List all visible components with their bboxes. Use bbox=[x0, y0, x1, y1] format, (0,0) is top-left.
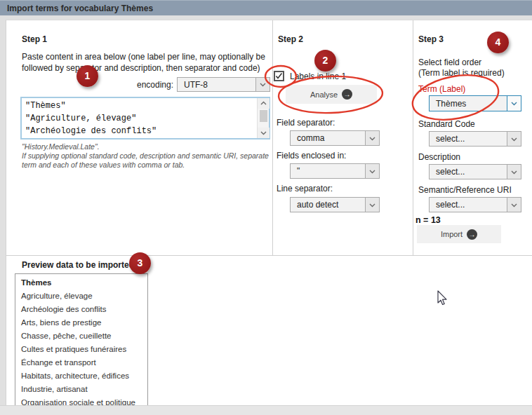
chevron-down-icon bbox=[507, 198, 521, 212]
hint-text: If supplying optional standard code, des… bbox=[22, 151, 272, 170]
preview-list-item: Chasse, pêche, cueillette bbox=[15, 329, 147, 343]
mouse-cursor bbox=[434, 290, 449, 309]
fields-enclosed-select[interactable]: " bbox=[290, 163, 380, 179]
chevron-down-icon bbox=[365, 131, 379, 145]
line-separator-label: Line separator: bbox=[277, 184, 333, 193]
chevron-down-icon bbox=[365, 198, 379, 212]
line-separator-value: auto detect bbox=[291, 200, 365, 210]
textarea-line: "Thèmes" bbox=[25, 100, 257, 112]
column-divider bbox=[413, 20, 413, 255]
annotation-badge-2: 2 bbox=[314, 50, 336, 72]
term-select[interactable]: Thèmes bbox=[429, 95, 521, 111]
scrollbar-thumb[interactable] bbox=[260, 110, 267, 122]
labels-in-line1-label: Labels in line 1 bbox=[290, 72, 346, 81]
chevron-down-icon bbox=[365, 164, 379, 178]
semantic-uri-select[interactable]: select... bbox=[429, 197, 521, 212]
labels-in-line1-checkbox[interactable] bbox=[274, 71, 284, 81]
steps-bottom-divider bbox=[6, 255, 532, 256]
paste-content-textarea[interactable]: "Thèmes""Agriculture, élevage""Archéolog… bbox=[20, 97, 270, 140]
preview-list-item: Industrie, artisanat bbox=[15, 383, 147, 396]
textarea-content: "Thèmes""Agriculture, élevage""Archéolog… bbox=[22, 98, 257, 138]
encoding-select[interactable]: UTF-8 bbox=[177, 77, 270, 92]
step3-title: Step 3 bbox=[418, 34, 444, 44]
import-button-label: Import bbox=[441, 230, 463, 238]
semantic-uri-value: select... bbox=[430, 200, 507, 210]
go-arrow-icon: → bbox=[342, 89, 352, 100]
textarea-line: "Archéologie des conflits" bbox=[25, 125, 257, 137]
analyse-button-label: Analyse bbox=[310, 90, 338, 99]
encoding-select-value: UTF-8 bbox=[178, 80, 255, 90]
preview-list-item: Thèmes bbox=[15, 276, 147, 290]
chevron-down-icon bbox=[507, 132, 521, 146]
preview-list-item: Arts, biens de prestige bbox=[15, 316, 147, 329]
field-separator-value: comma bbox=[291, 133, 365, 143]
semantic-uri-label: Semantic/Reference URI bbox=[418, 185, 512, 195]
chevron-down-icon bbox=[255, 78, 270, 91]
annotation-badge-4: 4 bbox=[487, 32, 509, 53]
preview-list-item: Habitats, architecture, édifices bbox=[15, 369, 147, 383]
annotation-badge-1: 1 bbox=[77, 65, 98, 87]
preview-list: ThèmesAgriculture, élevageArchéologie de… bbox=[15, 273, 148, 407]
fields-enclosed-label: Fields enclosed in: bbox=[277, 151, 346, 161]
preview-list-item: Cultes et pratiques funéraires bbox=[15, 343, 147, 356]
description-select[interactable]: select... bbox=[429, 164, 521, 179]
step1-instructions: Paste content in area below (one label p… bbox=[22, 51, 273, 74]
chevron-down-icon bbox=[507, 96, 521, 111]
term-select-value: Thèmes bbox=[430, 99, 507, 109]
analyse-button[interactable]: Analyse → bbox=[286, 85, 377, 104]
line-separator-select[interactable]: auto detect bbox=[290, 197, 380, 212]
field-separator-label: Field separator: bbox=[277, 118, 335, 128]
standard-code-select[interactable]: select... bbox=[429, 131, 521, 147]
encoding-label: encoding: bbox=[137, 80, 173, 90]
scroll-up-button[interactable] bbox=[258, 98, 270, 109]
horizontal-scrollbar-track[interactable] bbox=[0, 405, 532, 415]
fields-enclosed-value: " bbox=[291, 166, 365, 176]
preview-list-item: Échange et transport bbox=[15, 356, 147, 369]
dialog-title: Import terms for vocabulary Thèmes bbox=[7, 4, 153, 13]
field-separator-select[interactable]: comma bbox=[290, 130, 380, 146]
step1-title: Step 1 bbox=[22, 34, 47, 44]
term-count: n = 13 bbox=[415, 215, 441, 225]
go-arrow-icon: → bbox=[467, 229, 477, 240]
preview-list-item: Agriculture, élevage bbox=[15, 290, 147, 303]
scroll-down-button[interactable] bbox=[258, 128, 270, 138]
description-value: select... bbox=[430, 167, 507, 177]
textarea-scrollbar[interactable] bbox=[257, 98, 269, 138]
field-order-note: (Term label is required) bbox=[418, 68, 505, 78]
term-label: Term (Label) bbox=[418, 84, 465, 94]
dialog-header: Import terms for vocabulary Thèmes bbox=[0, 0, 532, 15]
standard-code-value: select... bbox=[430, 134, 507, 144]
step2-title: Step 2 bbox=[278, 34, 303, 44]
description-label: Description bbox=[418, 152, 460, 162]
chevron-down-icon bbox=[507, 165, 521, 179]
field-order-subtitle: Select field order bbox=[418, 57, 481, 67]
checkmark-icon bbox=[275, 72, 283, 80]
hint-example: "History.Medieval.Late". bbox=[22, 142, 272, 151]
import-dialog-body: Step 1 Paste content in area below (one … bbox=[6, 20, 532, 405]
annotation-badge-3: 3 bbox=[129, 252, 151, 274]
preview-title: Preview data to be imported bbox=[22, 260, 134, 270]
import-button[interactable]: Import → bbox=[417, 225, 501, 243]
preview-list-item: Archéologie des conflits bbox=[15, 303, 147, 316]
textarea-line: "Agriculture, élevage" bbox=[25, 112, 257, 125]
standard-code-label: Standard Code bbox=[418, 119, 475, 129]
